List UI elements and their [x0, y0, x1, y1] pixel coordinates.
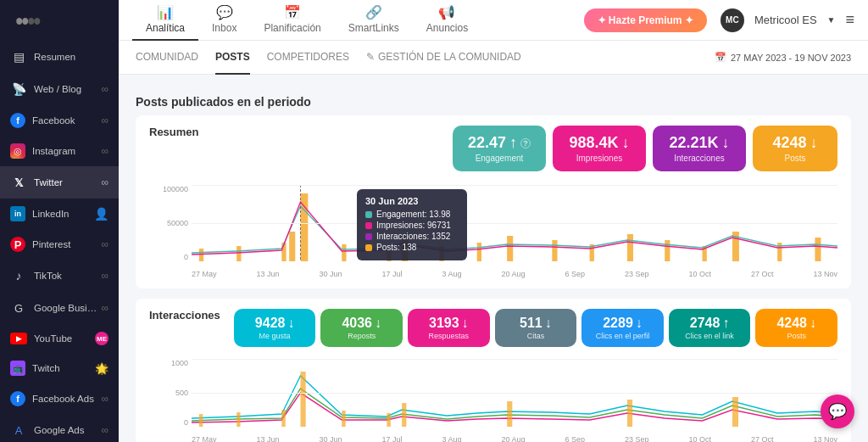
subnav: COMUNIDAD POSTS COMPETIDORES ✎ GESTIÓN D…: [119, 41, 868, 75]
sidebar-item-tiktok[interactable]: ♪ TikTok ∞: [0, 260, 119, 292]
sidebar-item-pinterest[interactable]: P Pinterest ∞: [0, 229, 119, 260]
planning-icon: 📅: [284, 4, 301, 20]
svg-rect-24: [342, 411, 345, 427]
interactions-chart-area: [192, 359, 837, 427]
posts2-card: 4248↓ Posts: [755, 309, 837, 347]
resumen-x-axis: 27 May 13 Jun 30 Jun 17 Jul 3 Aug 20 Aug…: [192, 270, 837, 278]
tooltip-dot-1: [365, 222, 372, 229]
sidebar-item-twitch[interactable]: 📺 Twitch 🌟: [0, 353, 119, 383]
engagement-card: 22.47 ↑ ? Engagement: [453, 126, 546, 171]
tab-smartlinks[interactable]: 🔗 SmartLinks: [335, 0, 413, 41]
interactions-x-axis: 27 May 13 Jun 30 Jun 17 Jul 3 Aug 20 Aug…: [192, 435, 837, 442]
tooltip-row-1: Impresiones: 96731: [365, 221, 459, 230]
sidebar-item-google-ads[interactable]: A Google Ads ∞: [0, 414, 119, 442]
svg-rect-13: [627, 234, 633, 261]
page-title: Posts publicados en el periodo: [136, 95, 851, 109]
interactions-cards: 9428↓ Me gusta 4036↓ Reposts 3193↓ Respu…: [234, 309, 837, 347]
grid-line-top: [192, 185, 837, 186]
svg-rect-10: [507, 236, 513, 261]
svg-rect-18: [815, 238, 821, 261]
citas-card: 511↓ Citas: [495, 309, 577, 347]
sidebar: ▤ Resumen 📡 Web / Blog ∞ f Facebook ∞ ◎ …: [0, 0, 119, 442]
twitter-icon: 𝕏: [10, 174, 27, 191]
svg-rect-27: [507, 401, 512, 427]
interactions-y-axis: 1000 500 0: [149, 359, 192, 427]
svg-rect-11: [552, 240, 557, 261]
svg-rect-14: [665, 240, 670, 261]
posts-card: 4248↓ Posts: [753, 126, 837, 171]
pinterest-icon: P: [10, 237, 25, 252]
ads-icon: 📢: [438, 4, 455, 20]
tab-analytics[interactable]: 📊 Analítica: [132, 0, 198, 41]
resumen-icon: ▤: [10, 48, 27, 65]
tiktok-badge: ∞: [101, 270, 108, 282]
resumen-y-axis: 100000 50000 0: [149, 185, 192, 261]
community-mgmt-icon: ✎: [366, 51, 375, 63]
engagement-info[interactable]: ?: [520, 138, 531, 148]
resumen-chart: 100000 50000 0 30 Jun 2023: [149, 185, 837, 278]
sidebar-item-instagram[interactable]: ◎ Instagram ∞: [0, 136, 119, 166]
chat-bubble[interactable]: 💬: [821, 394, 854, 428]
web-icon: 📡: [10, 81, 27, 98]
clics-link-card: 2748↑ Clics en el link: [669, 309, 751, 347]
tooltip-row-0: Engagement: 13.98: [365, 210, 459, 219]
instagram-icon: ◎: [10, 143, 25, 159]
resumen-label: Resumen: [149, 126, 199, 138]
tab-ads[interactable]: 📢 Anuncios: [413, 0, 481, 41]
svg-rect-0: [199, 249, 203, 261]
sidebar-item-facebook-ads[interactable]: f Facebook Ads ∞: [0, 383, 119, 414]
sidebar-item-resumen[interactable]: ▤ Resumen: [0, 41, 119, 73]
tiktok-icon: ♪: [10, 267, 27, 284]
topnav-tabs: 📊 Analítica 💬 Inbox 📅 Planificación 🔗 Sm…: [132, 0, 570, 41]
svg-rect-25: [387, 413, 390, 427]
subnav-posts[interactable]: POSTS: [215, 41, 250, 75]
tooltip-dot-0: [365, 211, 372, 218]
topnav: 📊 Analítica 💬 Inbox 📅 Planificación 🔗 Sm…: [119, 0, 868, 41]
sidebar-item-facebook[interactable]: f Facebook ∞: [0, 105, 119, 136]
subnav-comunidad[interactable]: COMUNIDAD: [136, 41, 198, 75]
sidebar-item-twitter[interactable]: 𝕏 Twitter ∞: [0, 166, 119, 199]
linkedin-badge: 👤: [94, 207, 108, 221]
content: Posts publicados en el periodo Resumen 2…: [119, 75, 868, 442]
google-ads-icon: A: [10, 422, 27, 439]
youtube-badge: ME: [95, 332, 108, 345]
subnav-competidores[interactable]: COMPETIDORES: [267, 41, 349, 75]
calendar-icon: 📅: [715, 52, 726, 63]
linkedin-icon: in: [10, 206, 25, 221]
svg-rect-26: [402, 403, 406, 427]
subnav-community-mgmt[interactable]: ✎ GESTIÓN DE LA COMUNIDAD: [366, 41, 521, 75]
interactions-card: 22.21K↓ Interacciones: [653, 126, 746, 171]
tab-inbox[interactable]: 💬 Inbox: [198, 0, 250, 41]
google-ads-badge: ∞: [101, 424, 108, 436]
respuestas-card: 3193↓ Respuestas: [408, 309, 490, 347]
youtube-icon: ▶: [10, 333, 27, 344]
tooltip-dot-2: [365, 233, 372, 240]
sidebar-logo: [0, 0, 119, 41]
svg-rect-28: [627, 400, 632, 427]
me-gusta-card: 9428↓ Me gusta: [234, 309, 316, 347]
svg-rect-20: [199, 414, 203, 427]
analytics-icon: 📊: [157, 4, 174, 20]
inbox-icon: 💬: [216, 4, 233, 20]
premium-button[interactable]: ✦ Hazte Premium ✦: [584, 8, 707, 32]
svg-rect-21: [236, 412, 240, 427]
instagram-badge: ∞: [101, 145, 108, 157]
sidebar-item-web-blog[interactable]: 📡 Web / Blog ∞: [0, 73, 119, 105]
sidebar-item-linkedin[interactable]: in LinkedIn 👤: [0, 199, 119, 229]
menu-icon[interactable]: ≡: [845, 11, 854, 29]
account-dropdown-icon[interactable]: ▼: [827, 15, 836, 25]
facebook-badge: ∞: [101, 115, 108, 126]
facebook-ads-badge: ∞: [101, 393, 108, 405]
twitch-badge: 🌟: [95, 362, 108, 375]
account-logo: MC: [721, 8, 744, 32]
tab-planning[interactable]: 📅 Planificación: [250, 0, 334, 41]
svg-rect-5: [342, 244, 346, 261]
date-range[interactable]: 📅 27 MAY 2023 - 19 NOV 2023: [715, 52, 851, 63]
sidebar-item-google-business[interactable]: G Google Busines... ∞: [0, 292, 119, 324]
google-business-icon: G: [10, 299, 27, 316]
svg-rect-3: [289, 232, 295, 261]
sidebar-item-youtube[interactable]: ▶ YouTube ME: [0, 324, 119, 353]
impressions-card: 988.4K↓ Impresiones: [553, 126, 646, 171]
twitch-icon: 📺: [10, 361, 25, 376]
smartlinks-icon: 🔗: [365, 4, 382, 20]
